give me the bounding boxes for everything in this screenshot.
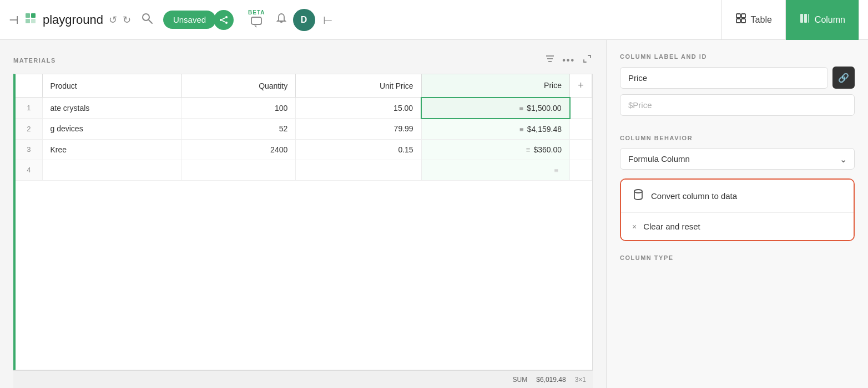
expand-icon[interactable]	[582, 53, 593, 67]
col-type-section-heading: COLUMN TYPE	[620, 254, 855, 261]
formula-column-select-wrapper: Formula Column Data Column	[620, 148, 855, 170]
sheet-title-bar: MATERIALS •••	[13, 53, 593, 67]
svg-rect-0	[26, 13, 30, 18]
cell-product-1[interactable]: ate crystals	[42, 98, 182, 119]
svg-line-9	[222, 18, 225, 19]
cell-qty-4[interactable]	[182, 160, 296, 180]
beta-label: BETA	[248, 9, 265, 16]
tab-column-label: Column	[815, 15, 845, 25]
col-header-price[interactable]: Price	[421, 74, 569, 98]
col-label-section-heading: COLUMN LABEL AND ID	[620, 53, 855, 60]
col-behavior-section-heading: COLUMN BEHAVIOR	[620, 135, 855, 141]
col-id-input[interactable]	[620, 94, 855, 116]
status-dims: 3×1	[575, 376, 586, 384]
cell-qty-1[interactable]: 100	[182, 98, 296, 119]
cell-unitprice-4[interactable]	[296, 160, 421, 180]
svg-rect-18	[808, 14, 809, 23]
bell-icon[interactable]	[275, 12, 287, 27]
svg-point-4	[143, 14, 149, 21]
formula-icon: ≡	[526, 146, 531, 154]
cell-unitprice-3[interactable]: 0.15	[296, 139, 421, 160]
table-row: 4 ≡	[16, 160, 592, 180]
cell-empty-2	[570, 119, 592, 140]
formula-icon: ≡	[554, 166, 558, 175]
search-icon[interactable]	[141, 12, 153, 27]
filter-icon[interactable]	[544, 53, 556, 67]
chat-icon[interactable]	[250, 16, 263, 30]
table-view-icon	[735, 13, 746, 27]
app-logo-icon	[24, 12, 37, 28]
svg-line-5	[149, 20, 152, 23]
share-button[interactable]	[214, 10, 234, 30]
formula-icon: ≡	[519, 125, 524, 134]
cell-product-2[interactable]: g devices	[42, 119, 182, 140]
cell-product-3[interactable]: Kree	[42, 139, 182, 160]
redo-button[interactable]: ↻	[123, 14, 131, 26]
row-number: 1	[16, 98, 42, 119]
right-panel: COLUMN LABEL AND ID 🔗 COLUMN BEHAVIOR Fo…	[606, 40, 868, 388]
cell-empty-4	[570, 160, 592, 180]
svg-rect-11	[251, 17, 261, 24]
col-header-unit-price[interactable]: Unit Price	[296, 74, 421, 98]
row-number: 4	[16, 160, 42, 180]
table-row: 1 ate crystals 100 15.00 ≡$1,500.00	[16, 98, 592, 119]
convert-column-button[interactable]: Convert column to data	[621, 180, 854, 212]
clear-reset-button[interactable]: × Clear and reset	[621, 212, 854, 240]
svg-rect-12	[736, 14, 740, 18]
status-bar: SUM $6,019.48 3×1	[13, 370, 593, 388]
cell-qty-3[interactable]: 2400	[182, 139, 296, 160]
row-num-header	[16, 74, 42, 98]
data-table: Product Quantity Unit Price Price + 1 at…	[16, 74, 592, 181]
header: ⊣ playground ↺ ↻ Unsaved BETA	[0, 0, 868, 40]
clear-btn-label: Clear and reset	[643, 222, 700, 231]
cell-price-1[interactable]: ≡$1,500.00	[421, 98, 569, 119]
cell-price-3[interactable]: ≡$360.00	[421, 139, 569, 160]
exit-icon[interactable]: ⊢	[323, 13, 332, 27]
svg-rect-13	[741, 14, 745, 18]
column-view-icon	[799, 13, 810, 27]
svg-rect-16	[800, 14, 803, 23]
row-number: 3	[16, 139, 42, 160]
more-options-icon[interactable]: •••	[562, 55, 575, 65]
beta-container: BETA	[248, 9, 265, 30]
col-header-quantity[interactable]: Quantity	[182, 74, 296, 98]
cell-price-4[interactable]: ≡	[421, 160, 569, 180]
svg-rect-14	[736, 19, 740, 23]
svg-line-10	[222, 21, 225, 22]
column-behavior-select[interactable]: Formula Column Data Column	[620, 148, 855, 170]
cell-empty-1	[570, 98, 592, 119]
svg-rect-1	[31, 13, 36, 18]
add-column-button[interactable]: +	[570, 74, 592, 98]
cell-unitprice-1[interactable]: 15.00	[296, 98, 421, 119]
table-wrapper: Product Quantity Unit Price Price + 1 at…	[13, 74, 593, 370]
tab-table-label: Table	[751, 15, 772, 25]
unsaved-button[interactable]: Unsaved	[163, 11, 216, 29]
sheet-area: MATERIALS ••• Product Quantity	[0, 40, 606, 388]
tab-column[interactable]: Column	[786, 0, 859, 40]
main-area: MATERIALS ••• Product Quantity	[0, 40, 868, 388]
cell-unitprice-2[interactable]: 79.99	[296, 119, 421, 140]
status-sum-label: SUM	[513, 376, 528, 384]
cell-price-2[interactable]: ≡$4,159.48	[421, 119, 569, 140]
undo-button[interactable]: ↺	[109, 14, 117, 26]
status-sum-value: $6,019.48	[536, 376, 566, 384]
sidebar-toggle-icon[interactable]: ⊣	[9, 13, 18, 27]
x-icon: ×	[632, 222, 637, 231]
cylinder-icon	[632, 188, 644, 203]
header-left: ⊣ playground ↺ ↻ Unsaved BETA	[9, 9, 715, 31]
avatar[interactable]: D	[293, 9, 315, 31]
col-label-input[interactable]	[620, 67, 828, 89]
col-header-product[interactable]: Product	[42, 74, 182, 98]
svg-rect-3	[31, 19, 36, 23]
svg-point-7	[225, 16, 228, 18]
view-tabs: Table Column	[721, 0, 859, 40]
svg-rect-15	[741, 19, 745, 23]
cell-qty-2[interactable]: 52	[182, 119, 296, 140]
table-row: 2 g devices 52 79.99 ≡$4,159.48	[16, 119, 592, 140]
tab-table[interactable]: Table	[722, 0, 786, 40]
cell-product-4[interactable]	[42, 160, 182, 180]
cell-empty-3	[570, 139, 592, 160]
link-button[interactable]: 🔗	[832, 67, 855, 89]
svg-rect-17	[804, 14, 807, 23]
svg-point-8	[225, 22, 228, 24]
